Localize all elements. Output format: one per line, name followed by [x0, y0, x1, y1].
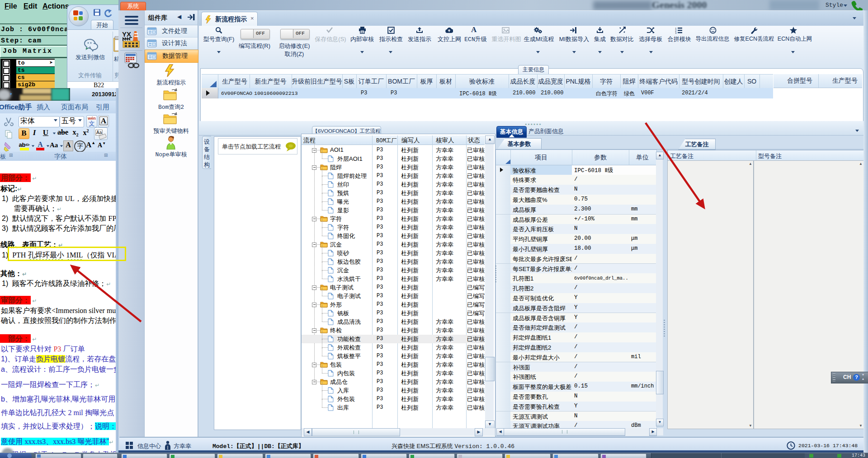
svg-text:YX: YX	[122, 30, 131, 38]
svg-text:3: 3	[675, 32, 677, 34]
